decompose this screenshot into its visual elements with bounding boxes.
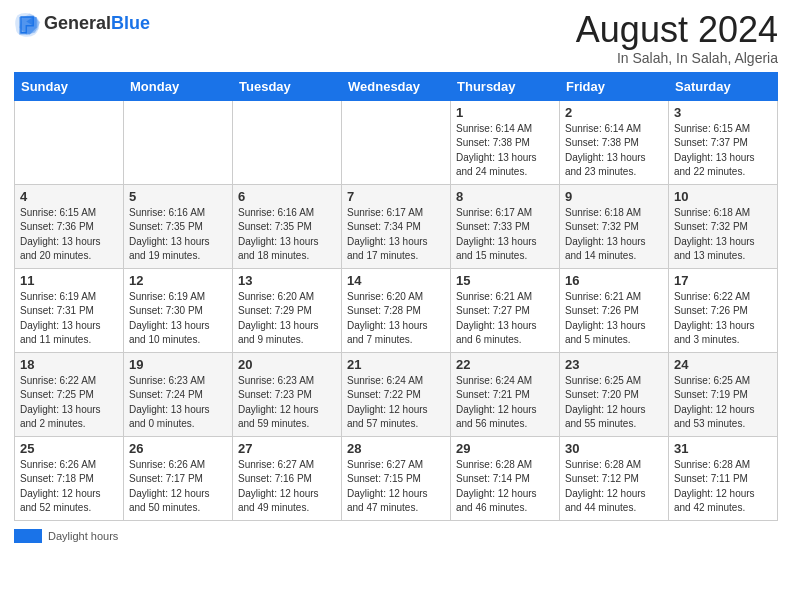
calendar-cell: 17Sunrise: 6:22 AM Sunset: 7:26 PM Dayli…	[669, 268, 778, 352]
day-number: 2	[565, 105, 663, 120]
day-info: Sunrise: 6:22 AM Sunset: 7:26 PM Dayligh…	[674, 290, 772, 348]
day-info: Sunrise: 6:22 AM Sunset: 7:25 PM Dayligh…	[20, 374, 118, 432]
day-number: 26	[129, 441, 227, 456]
day-number: 25	[20, 441, 118, 456]
calendar-cell: 21Sunrise: 6:24 AM Sunset: 7:22 PM Dayli…	[342, 352, 451, 436]
calendar-cell: 3Sunrise: 6:15 AM Sunset: 7:37 PM Daylig…	[669, 100, 778, 184]
day-info: Sunrise: 6:14 AM Sunset: 7:38 PM Dayligh…	[565, 122, 663, 180]
day-info: Sunrise: 6:20 AM Sunset: 7:28 PM Dayligh…	[347, 290, 445, 348]
day-number: 23	[565, 357, 663, 372]
calendar-cell: 15Sunrise: 6:21 AM Sunset: 7:27 PM Dayli…	[451, 268, 560, 352]
week-row-4: 18Sunrise: 6:22 AM Sunset: 7:25 PM Dayli…	[15, 352, 778, 436]
page: GeneralBlue August 2024 In Salah, In Sal…	[0, 0, 792, 612]
day-info: Sunrise: 6:21 AM Sunset: 7:27 PM Dayligh…	[456, 290, 554, 348]
logo: GeneralBlue	[14, 10, 150, 38]
calendar-cell: 23Sunrise: 6:25 AM Sunset: 7:20 PM Dayli…	[560, 352, 669, 436]
calendar-cell: 27Sunrise: 6:27 AM Sunset: 7:16 PM Dayli…	[233, 436, 342, 520]
day-number: 22	[456, 357, 554, 372]
calendar-table: SundayMondayTuesdayWednesdayThursdayFrid…	[14, 72, 778, 521]
day-number: 5	[129, 189, 227, 204]
day-info: Sunrise: 6:23 AM Sunset: 7:24 PM Dayligh…	[129, 374, 227, 432]
calendar-cell	[15, 100, 124, 184]
day-info: Sunrise: 6:16 AM Sunset: 7:35 PM Dayligh…	[238, 206, 336, 264]
calendar-cell: 12Sunrise: 6:19 AM Sunset: 7:30 PM Dayli…	[124, 268, 233, 352]
day-number: 18	[20, 357, 118, 372]
calendar-cell: 24Sunrise: 6:25 AM Sunset: 7:19 PM Dayli…	[669, 352, 778, 436]
day-number: 30	[565, 441, 663, 456]
calendar-cell: 9Sunrise: 6:18 AM Sunset: 7:32 PM Daylig…	[560, 184, 669, 268]
title-area: August 2024 In Salah, In Salah, Algeria	[576, 10, 778, 66]
day-header-sunday: Sunday	[15, 72, 124, 100]
calendar-cell: 11Sunrise: 6:19 AM Sunset: 7:31 PM Dayli…	[15, 268, 124, 352]
day-header-thursday: Thursday	[451, 72, 560, 100]
calendar-cell: 14Sunrise: 6:20 AM Sunset: 7:28 PM Dayli…	[342, 268, 451, 352]
week-row-2: 4Sunrise: 6:15 AM Sunset: 7:36 PM Daylig…	[15, 184, 778, 268]
calendar-cell: 19Sunrise: 6:23 AM Sunset: 7:24 PM Dayli…	[124, 352, 233, 436]
calendar-cell: 4Sunrise: 6:15 AM Sunset: 7:36 PM Daylig…	[15, 184, 124, 268]
location-subtitle: In Salah, In Salah, Algeria	[576, 50, 778, 66]
calendar-cell	[342, 100, 451, 184]
calendar-cell: 29Sunrise: 6:28 AM Sunset: 7:14 PM Dayli…	[451, 436, 560, 520]
calendar-cell: 10Sunrise: 6:18 AM Sunset: 7:32 PM Dayli…	[669, 184, 778, 268]
day-number: 12	[129, 273, 227, 288]
day-info: Sunrise: 6:26 AM Sunset: 7:17 PM Dayligh…	[129, 458, 227, 516]
day-info: Sunrise: 6:28 AM Sunset: 7:12 PM Dayligh…	[565, 458, 663, 516]
week-row-3: 11Sunrise: 6:19 AM Sunset: 7:31 PM Dayli…	[15, 268, 778, 352]
day-header-saturday: Saturday	[669, 72, 778, 100]
header: GeneralBlue August 2024 In Salah, In Sal…	[14, 10, 778, 66]
month-title: August 2024	[576, 10, 778, 50]
day-number: 31	[674, 441, 772, 456]
day-info: Sunrise: 6:21 AM Sunset: 7:26 PM Dayligh…	[565, 290, 663, 348]
day-number: 1	[456, 105, 554, 120]
day-info: Sunrise: 6:26 AM Sunset: 7:18 PM Dayligh…	[20, 458, 118, 516]
day-number: 13	[238, 273, 336, 288]
logo-general: GeneralBlue	[44, 14, 150, 34]
calendar-cell: 1Sunrise: 6:14 AM Sunset: 7:38 PM Daylig…	[451, 100, 560, 184]
day-header-wednesday: Wednesday	[342, 72, 451, 100]
calendar-cell	[124, 100, 233, 184]
day-info: Sunrise: 6:24 AM Sunset: 7:22 PM Dayligh…	[347, 374, 445, 432]
calendar-cell: 28Sunrise: 6:27 AM Sunset: 7:15 PM Dayli…	[342, 436, 451, 520]
day-info: Sunrise: 6:25 AM Sunset: 7:19 PM Dayligh…	[674, 374, 772, 432]
day-header-friday: Friday	[560, 72, 669, 100]
day-info: Sunrise: 6:20 AM Sunset: 7:29 PM Dayligh…	[238, 290, 336, 348]
calendar-cell: 7Sunrise: 6:17 AM Sunset: 7:34 PM Daylig…	[342, 184, 451, 268]
logo-text-block: GeneralBlue	[44, 14, 150, 34]
day-number: 14	[347, 273, 445, 288]
day-info: Sunrise: 6:27 AM Sunset: 7:15 PM Dayligh…	[347, 458, 445, 516]
days-row: SundayMondayTuesdayWednesdayThursdayFrid…	[15, 72, 778, 100]
day-number: 11	[20, 273, 118, 288]
day-info: Sunrise: 6:28 AM Sunset: 7:14 PM Dayligh…	[456, 458, 554, 516]
calendar-cell: 30Sunrise: 6:28 AM Sunset: 7:12 PM Dayli…	[560, 436, 669, 520]
calendar-header: SundayMondayTuesdayWednesdayThursdayFrid…	[15, 72, 778, 100]
day-info: Sunrise: 6:16 AM Sunset: 7:35 PM Dayligh…	[129, 206, 227, 264]
day-header-tuesday: Tuesday	[233, 72, 342, 100]
day-info: Sunrise: 6:27 AM Sunset: 7:16 PM Dayligh…	[238, 458, 336, 516]
day-number: 27	[238, 441, 336, 456]
calendar-cell: 16Sunrise: 6:21 AM Sunset: 7:26 PM Dayli…	[560, 268, 669, 352]
week-row-1: 1Sunrise: 6:14 AM Sunset: 7:38 PM Daylig…	[15, 100, 778, 184]
calendar-cell: 20Sunrise: 6:23 AM Sunset: 7:23 PM Dayli…	[233, 352, 342, 436]
week-row-5: 25Sunrise: 6:26 AM Sunset: 7:18 PM Dayli…	[15, 436, 778, 520]
day-number: 20	[238, 357, 336, 372]
day-number: 10	[674, 189, 772, 204]
day-number: 3	[674, 105, 772, 120]
day-number: 16	[565, 273, 663, 288]
day-number: 29	[456, 441, 554, 456]
calendar-body: 1Sunrise: 6:14 AM Sunset: 7:38 PM Daylig…	[15, 100, 778, 520]
calendar-cell: 31Sunrise: 6:28 AM Sunset: 7:11 PM Dayli…	[669, 436, 778, 520]
day-number: 8	[456, 189, 554, 204]
day-number: 17	[674, 273, 772, 288]
day-info: Sunrise: 6:15 AM Sunset: 7:37 PM Dayligh…	[674, 122, 772, 180]
day-number: 9	[565, 189, 663, 204]
day-number: 28	[347, 441, 445, 456]
day-number: 4	[20, 189, 118, 204]
day-number: 21	[347, 357, 445, 372]
day-info: Sunrise: 6:14 AM Sunset: 7:38 PM Dayligh…	[456, 122, 554, 180]
calendar-cell: 13Sunrise: 6:20 AM Sunset: 7:29 PM Dayli…	[233, 268, 342, 352]
day-info: Sunrise: 6:23 AM Sunset: 7:23 PM Dayligh…	[238, 374, 336, 432]
day-number: 15	[456, 273, 554, 288]
calendar-cell	[233, 100, 342, 184]
day-info: Sunrise: 6:28 AM Sunset: 7:11 PM Dayligh…	[674, 458, 772, 516]
calendar-cell: 18Sunrise: 6:22 AM Sunset: 7:25 PM Dayli…	[15, 352, 124, 436]
